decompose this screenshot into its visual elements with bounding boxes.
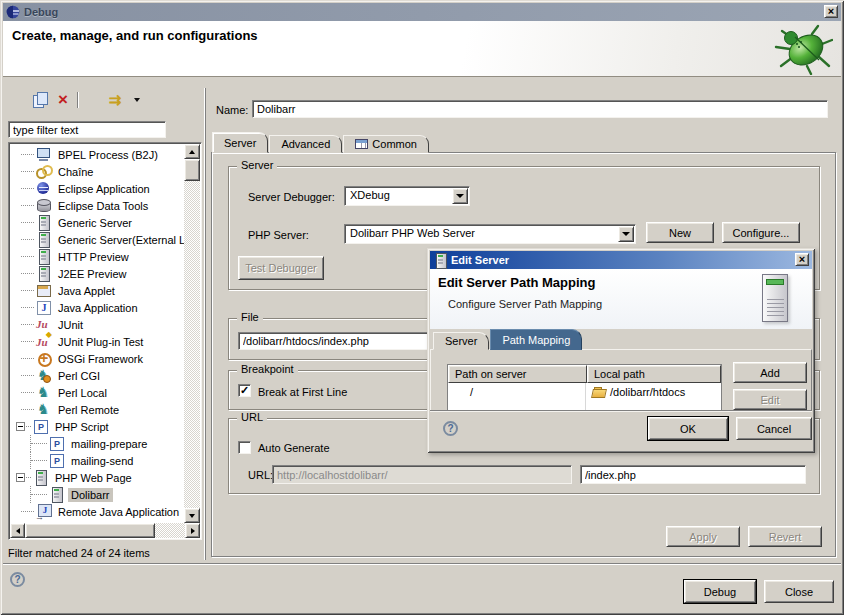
tree-item-dolibarr[interactable]: Dolibarr <box>11 486 184 503</box>
config-tab-server[interactable]: Server <box>212 132 268 153</box>
tree-item-perl-remote[interactable]: Perl Remote <box>11 401 184 418</box>
tree-vscrollbar[interactable] <box>184 144 200 523</box>
scroll-down-icon[interactable] <box>184 508 200 523</box>
scroll-right-icon[interactable] <box>185 523 200 538</box>
url-path-input[interactable] <box>580 465 806 484</box>
tree-item-remote-java-application[interactable]: Remote Java Application <box>11 503 184 520</box>
config-tree[interactable]: BPEL Process (B2J)ChaîneEclipse Applicat… <box>8 142 202 540</box>
tree-item-mailing-prepare[interactable]: mailing-prepare <box>11 435 184 452</box>
revert-button[interactable]: Revert <box>748 526 822 547</box>
path-mapping-panel: Path on serverLocal path //dolibarr/htdo… <box>430 349 812 411</box>
tree-item-http-preview[interactable]: HTTP Preview <box>11 248 184 265</box>
dialog-subheading: Configure Server Path Mapping <box>448 298 602 310</box>
tree-item-mailing-send[interactable]: mailing-send <box>11 452 184 469</box>
local-path-text: /dolibarr/htdocs <box>610 386 685 398</box>
header-banner: Create, manage, and run configurations <box>3 21 841 77</box>
tree-item-generic-server[interactable]: Generic Server <box>11 214 184 231</box>
collapse-all-icon[interactable] <box>82 90 104 110</box>
panel-sash[interactable] <box>204 88 206 560</box>
apply-button[interactable]: Apply <box>666 526 740 547</box>
path-mapping-table[interactable]: Path on serverLocal path //dolibarr/htdo… <box>447 364 722 411</box>
scroll-left-icon[interactable] <box>10 523 25 538</box>
tree-item-java-applet[interactable]: Java Applet <box>11 282 184 299</box>
tree-item-junit-plug-in-test[interactable]: JUnit Plug-in Test <box>11 333 184 350</box>
dialog-close-icon[interactable]: × <box>795 253 809 266</box>
tree-item-label: BPEL Process (B2J) <box>55 148 161 162</box>
duplicate-icon[interactable] <box>30 90 52 110</box>
bug-icon <box>771 23 833 75</box>
osgi-icon <box>36 351 52 366</box>
config-tab-common[interactable]: Common <box>343 135 429 153</box>
filter-input[interactable] <box>8 121 166 138</box>
chain-icon <box>36 164 52 179</box>
test-debugger-button[interactable]: Test Debugger <box>238 256 324 280</box>
dialog-tab-server[interactable]: Server <box>433 332 489 350</box>
tree-item-bpel-process-b2j[interactable]: BPEL Process (B2J) <box>11 146 184 163</box>
tree-item-label: Chaîne <box>55 165 96 179</box>
add-button[interactable]: Add <box>733 362 807 383</box>
tree-item-php-web-page[interactable]: PHP Web Page <box>11 469 184 486</box>
column-header-local-path[interactable]: Local path <box>587 365 721 383</box>
tree-item-cha-ne[interactable]: Chaîne <box>11 163 184 180</box>
url-label: URL: <box>248 469 273 481</box>
tree-item-eclipse-data-tools[interactable]: Eclipse Data Tools <box>11 197 184 214</box>
server-icon <box>33 470 49 485</box>
cancel-button[interactable]: Cancel <box>736 417 812 440</box>
tree-item-label: Eclipse Application <box>55 182 153 196</box>
tree-item-perl-local[interactable]: Perl Local <box>11 384 184 401</box>
php-server-select[interactable]: Dolibarr PHP Web Server <box>344 224 636 244</box>
base-url-input[interactable] <box>272 465 572 484</box>
tree-connector <box>21 239 34 240</box>
tree-item-label: OSGi Framework <box>55 352 146 366</box>
server-debugger-select[interactable]: XDebug <box>344 186 470 206</box>
dropdown-icon[interactable] <box>126 90 148 110</box>
server-icon <box>36 232 52 247</box>
chevron-down-icon[interactable] <box>452 188 468 204</box>
tree-item-j2ee-preview[interactable]: J2EE Preview <box>11 265 184 282</box>
eclipse-logo-icon <box>6 5 20 19</box>
config-tab-advanced[interactable]: Advanced <box>269 135 342 153</box>
collapse-toggle-icon[interactable] <box>16 473 25 482</box>
tree-item-generic-server-external-la[interactable]: Generic Server(External La <box>11 231 184 248</box>
help-icon[interactable]: ? <box>10 572 25 587</box>
chevron-down-icon[interactable] <box>618 226 634 242</box>
tree-connector <box>26 477 31 478</box>
tree-item-eclipse-application[interactable]: Eclipse Application <box>11 180 184 197</box>
filter-icon[interactable] <box>104 90 126 110</box>
edit-button[interactable]: Edit <box>733 389 807 410</box>
close-button[interactable]: Close <box>764 580 834 603</box>
tree-item-junit[interactable]: JUnit <box>11 316 184 333</box>
auto-generate-checkbox[interactable] <box>238 441 251 454</box>
new-config-icon[interactable] <box>8 90 30 110</box>
tree-item-osgi-framework[interactable]: OSGi Framework <box>11 350 184 367</box>
new-button[interactable]: New <box>646 222 714 243</box>
vscroll-thumb[interactable] <box>184 159 200 181</box>
name-input[interactable] <box>252 100 828 118</box>
collapse-toggle-icon[interactable] <box>16 422 25 431</box>
mapping-row[interactable]: //dolibarr/htdocs <box>448 383 721 401</box>
scroll-up-icon[interactable] <box>184 144 200 159</box>
delete-icon[interactable] <box>52 90 74 110</box>
php-server-value: Dolibarr PHP Web Server <box>350 227 615 239</box>
title-bar[interactable]: Debug <box>3 3 841 21</box>
close-icon[interactable]: × <box>824 5 838 18</box>
dialog-tab-path-mapping[interactable]: Path Mapping <box>490 329 582 350</box>
column-header-path-on-server[interactable]: Path on server <box>448 365 587 383</box>
tree-hscrollbar[interactable] <box>10 523 200 538</box>
junit-plugin-icon <box>36 334 52 349</box>
hscroll-thumb[interactable] <box>25 523 155 538</box>
tree-item-perl-cgi[interactable]: Perl CGI <box>11 367 184 384</box>
tab-label: Server <box>445 335 477 347</box>
tree-item-label: Perl CGI <box>55 369 103 383</box>
divider <box>3 563 841 565</box>
tree-item-java-application[interactable]: Java Application <box>11 299 184 316</box>
dialog-help-icon[interactable]: ? <box>443 421 458 436</box>
tree-item-php-script[interactable]: PHP Script <box>11 418 184 435</box>
break-first-line-checkbox[interactable]: ✓ <box>238 384 251 397</box>
debug-button[interactable]: Debug <box>684 580 756 603</box>
java-icon <box>36 300 52 315</box>
configure-button[interactable]: Configure... <box>722 222 800 243</box>
dialog-title-bar[interactable]: Edit Server <box>430 251 812 269</box>
ok-button[interactable]: OK <box>648 417 728 440</box>
server-icon <box>36 266 52 281</box>
